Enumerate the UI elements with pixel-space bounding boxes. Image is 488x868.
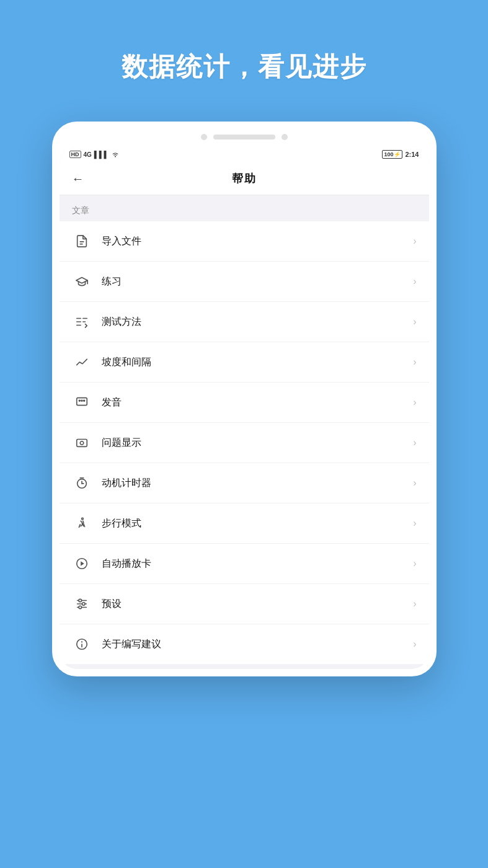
menu-arrow: › [413, 477, 416, 489]
signal-bars: ▌▌▌ [94, 151, 109, 158]
quiz-icon [72, 312, 92, 332]
content-area: 文章 导入文件 › [60, 195, 429, 664]
menu-item-writing-advice[interactable]: 关于编写建议 › [60, 624, 429, 664]
eye-icon [72, 433, 92, 453]
menu-arrow: › [413, 518, 416, 529]
menu-item-practice[interactable]: 练习 › [60, 262, 429, 302]
sliders-icon [72, 594, 92, 614]
menu-list: 导入文件 › 练习 › [60, 221, 429, 664]
chat-icon [72, 392, 92, 412]
menu-item-auto-play[interactable]: 自动播放卡 › [60, 544, 429, 584]
svg-point-12 [81, 400, 82, 401]
menu-arrow: › [413, 236, 416, 247]
svg-rect-14 [76, 440, 87, 447]
file-icon [72, 231, 92, 251]
graduation-icon [72, 272, 92, 291]
svg-point-13 [83, 400, 84, 401]
walk-icon [72, 513, 92, 533]
menu-item-presets[interactable]: 预设 › [60, 584, 429, 624]
page-title: 数据统计，看见进步 [25, 50, 463, 84]
svg-point-20 [81, 518, 83, 520]
svg-point-26 [78, 599, 81, 602]
menu-item-problem-display[interactable]: 问题显示 › [60, 423, 429, 463]
wifi-icon [111, 151, 120, 159]
menu-label: 坡度和间隔 [102, 356, 414, 369]
menu-item-slope-interval[interactable]: 坡度和间隔 › [60, 342, 429, 383]
menu-arrow: › [413, 397, 416, 408]
menu-item-test-method[interactable]: 测试方法 › [60, 302, 429, 342]
svg-point-15 [80, 441, 84, 445]
menu-label: 关于编写建议 [102, 638, 414, 651]
menu-label: 导入文件 [102, 235, 414, 248]
menu-arrow: › [413, 639, 416, 650]
nav-title: 帮助 [232, 171, 257, 186]
menu-label: 预设 [102, 598, 414, 611]
phone-speaker [213, 135, 275, 140]
phone-dot-right [282, 134, 288, 140]
phone-top-bar [60, 129, 429, 146]
battery-icon: 100 ⚡ [382, 150, 402, 159]
phone-screen: HD 4G ▌▌▌ 100 ⚡ 2:14 ← 帮助 [60, 146, 429, 669]
section-header: 文章 [60, 195, 429, 221]
svg-point-27 [82, 603, 85, 606]
trend-icon [72, 352, 92, 372]
svg-point-11 [79, 400, 80, 401]
play-circle-icon [72, 554, 92, 574]
phone-mockup: HD 4G ▌▌▌ 100 ⚡ 2:14 ← 帮助 [52, 122, 437, 676]
phone-dot-left [201, 134, 207, 140]
svg-marker-22 [81, 561, 84, 565]
network-indicator: 4G [84, 151, 92, 158]
menu-arrow: › [413, 558, 416, 569]
page-header: 数据统计，看见进步 [0, 0, 488, 122]
menu-label: 练习 [102, 275, 414, 288]
menu-item-walk-mode[interactable]: 步行模式 › [60, 503, 429, 544]
menu-item-import-file[interactable]: 导入文件 › [60, 221, 429, 262]
svg-point-28 [78, 606, 81, 609]
menu-label: 测试方法 [102, 316, 414, 329]
menu-label: 动机计时器 [102, 477, 414, 490]
status-right: 100 ⚡ 2:14 [382, 150, 419, 159]
info-icon [72, 634, 92, 654]
menu-label: 发音 [102, 396, 414, 409]
hd-indicator: HD [69, 151, 81, 158]
back-button[interactable]: ← [72, 172, 84, 186]
nav-bar: ← 帮助 [60, 162, 429, 195]
menu-label: 问题显示 [102, 436, 414, 450]
time-display: 2:14 [405, 151, 419, 158]
menu-item-motivation-timer[interactable]: 动机计时器 › [60, 463, 429, 503]
menu-item-pronunciation[interactable]: 发音 › [60, 383, 429, 423]
menu-arrow: › [413, 437, 416, 448]
menu-label: 步行模式 [102, 517, 414, 530]
status-left: HD 4G ▌▌▌ [69, 151, 120, 159]
menu-arrow: › [413, 316, 416, 327]
status-bar: HD 4G ▌▌▌ 100 ⚡ 2:14 [60, 146, 429, 162]
menu-arrow: › [413, 356, 416, 368]
menu-label: 自动播放卡 [102, 557, 414, 570]
menu-arrow: › [413, 598, 416, 609]
timer-icon [72, 473, 92, 493]
menu-arrow: › [413, 276, 416, 287]
